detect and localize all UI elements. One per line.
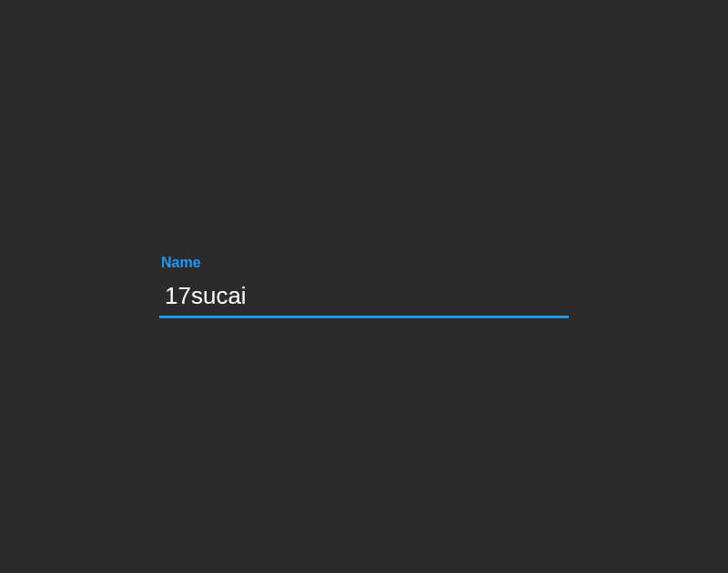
name-label: Name bbox=[159, 255, 569, 271]
name-input[interactable] bbox=[159, 278, 569, 318]
name-field-group: Name bbox=[159, 255, 569, 318]
